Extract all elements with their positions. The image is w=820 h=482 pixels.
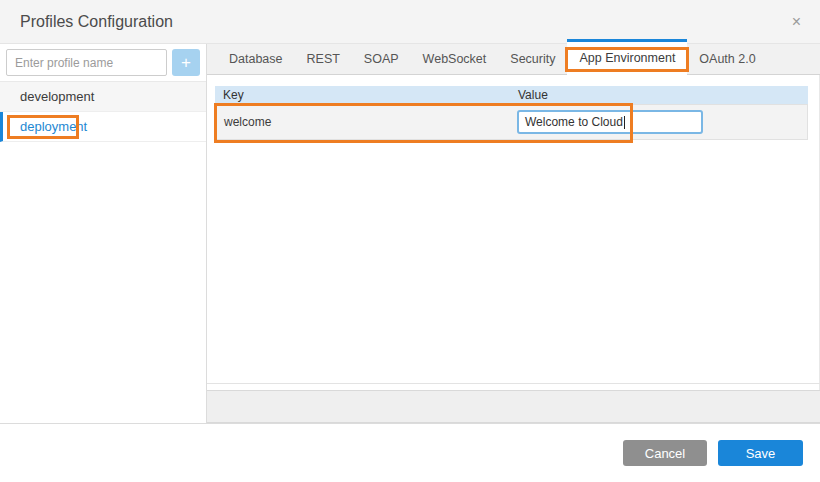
profile-item-deployment[interactable]: deployment bbox=[0, 112, 206, 142]
dialog-header: Profiles Configuration × bbox=[0, 0, 820, 44]
tab-security[interactable]: Security bbox=[498, 44, 567, 75]
tab-app-environment[interactable]: App Environment bbox=[567, 39, 687, 75]
profile-content: Database REST SOAP WebSocket Security Ap… bbox=[207, 44, 820, 423]
content-bottom-rule bbox=[207, 383, 820, 384]
profile-item-label: deployment bbox=[20, 119, 87, 134]
profile-list: development deployment bbox=[0, 81, 206, 142]
dialog-body: + development deployment Database REST S… bbox=[0, 44, 820, 423]
dialog-title: Profiles Configuration bbox=[0, 0, 820, 43]
text-cursor bbox=[624, 116, 625, 129]
table-row: welcome Welcome to Cloud bbox=[215, 104, 808, 140]
key-cell: welcome bbox=[216, 115, 510, 129]
dialog-footer: Cancel Save bbox=[0, 423, 820, 482]
tab-soap[interactable]: SOAP bbox=[352, 44, 411, 75]
value-input[interactable]: Welcome to Cloud bbox=[517, 110, 703, 134]
add-profile-row: + bbox=[0, 44, 206, 81]
tab-websocket[interactable]: WebSocket bbox=[411, 44, 499, 75]
column-header-key: Key bbox=[215, 88, 510, 102]
column-header-value: Value bbox=[510, 88, 808, 102]
profile-name-input[interactable] bbox=[6, 49, 167, 76]
profiles-sidebar: + development deployment bbox=[0, 44, 207, 423]
value-cell: Welcome to Cloud bbox=[510, 110, 807, 134]
value-input-text: Welcome to Cloud bbox=[525, 115, 623, 129]
profiles-configuration-dialog: Profiles Configuration × + development d… bbox=[0, 0, 820, 482]
profile-item-label: development bbox=[20, 89, 94, 104]
tab-label: App Environment bbox=[579, 51, 675, 65]
tab-oauth-2-0[interactable]: OAuth 2.0 bbox=[687, 44, 767, 75]
profile-item-development[interactable]: development bbox=[0, 82, 206, 112]
cancel-button[interactable]: Cancel bbox=[623, 440, 707, 466]
content-footer-strip bbox=[207, 390, 820, 423]
tab-database[interactable]: Database bbox=[217, 44, 295, 75]
tab-rest[interactable]: REST bbox=[295, 44, 352, 75]
tab-bar: Database REST SOAP WebSocket Security Ap… bbox=[207, 44, 820, 75]
close-icon[interactable]: × bbox=[788, 0, 805, 43]
table-header-row: Key Value bbox=[215, 86, 808, 104]
env-variables-table: Key Value welcome Welcome to Cloud bbox=[215, 86, 808, 140]
add-profile-button[interactable]: + bbox=[172, 49, 200, 76]
save-button[interactable]: Save bbox=[718, 440, 803, 466]
